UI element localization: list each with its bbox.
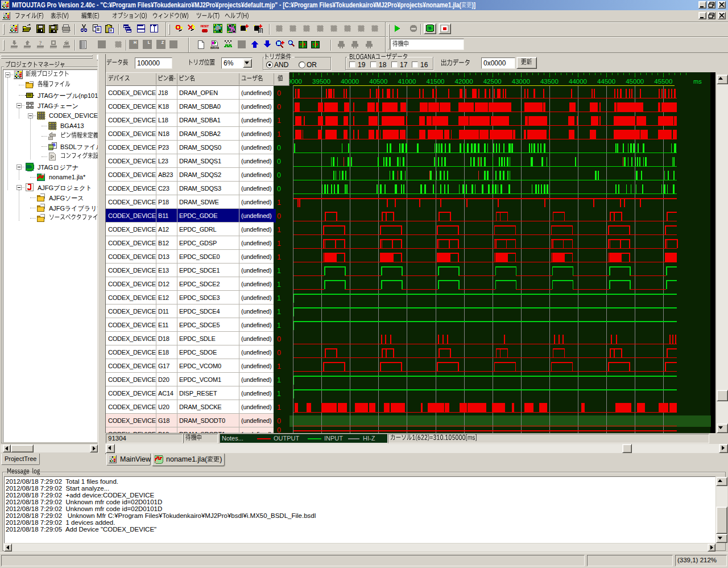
svg-text:RESET: RESET bbox=[201, 24, 209, 28]
svg-text:Z: Z bbox=[162, 40, 164, 44]
svg-text:1: 1 bbox=[277, 130, 281, 138]
svg-text:1: 1 bbox=[277, 240, 281, 248]
svg-text:1: 1 bbox=[277, 267, 281, 275]
svg-text:1: 1 bbox=[277, 253, 281, 261]
svg-text:45500: 45500 bbox=[654, 78, 672, 85]
svg-text:0: 0 bbox=[277, 335, 281, 343]
svg-text:1: 1 bbox=[277, 294, 281, 302]
svg-text:40000: 40000 bbox=[341, 78, 359, 85]
svg-text:0: 0 bbox=[277, 171, 281, 179]
svg-text:1: 1 bbox=[277, 281, 281, 289]
svg-text:0: 0 bbox=[277, 103, 281, 111]
svg-text:44000: 44000 bbox=[569, 78, 587, 85]
svg-text:1: 1 bbox=[277, 308, 281, 316]
svg-text:42500: 42500 bbox=[483, 78, 502, 85]
svg-text:45000: 45000 bbox=[626, 78, 644, 85]
svg-text:1: 1 bbox=[277, 376, 281, 384]
svg-text:L: L bbox=[148, 40, 151, 44]
svg-text:0: 0 bbox=[277, 185, 281, 193]
svg-text:0: 0 bbox=[277, 89, 281, 97]
svg-text:1: 1 bbox=[277, 117, 281, 125]
svg-text:BRAM: BRAM bbox=[210, 46, 219, 49]
svg-text:0: 0 bbox=[277, 158, 281, 166]
svg-text:0: 0 bbox=[277, 349, 281, 357]
svg-text:41500: 41500 bbox=[427, 78, 445, 85]
svg-text:0: 0 bbox=[277, 426, 281, 433]
svg-text:1: 1 bbox=[277, 390, 281, 398]
svg-text:H: H bbox=[134, 40, 136, 44]
svg-text:43500: 43500 bbox=[540, 78, 559, 85]
svg-text:ms: ms bbox=[693, 78, 702, 85]
svg-text:42000: 42000 bbox=[455, 78, 473, 85]
svg-text:0: 0 bbox=[277, 144, 281, 152]
svg-text:39500: 39500 bbox=[312, 78, 330, 85]
svg-text:0: 0 bbox=[277, 417, 281, 425]
svg-text:1: 1 bbox=[277, 404, 281, 411]
svg-text:44500: 44500 bbox=[597, 78, 615, 85]
svg-text:40500: 40500 bbox=[369, 78, 387, 85]
svg-text:0: 0 bbox=[277, 212, 281, 220]
svg-text:1: 1 bbox=[277, 226, 281, 234]
svg-text:1: 1 bbox=[277, 363, 281, 371]
svg-text:1: 1 bbox=[277, 199, 281, 207]
svg-text:41000: 41000 bbox=[398, 78, 416, 85]
svg-text:43000: 43000 bbox=[512, 78, 530, 85]
svg-text:?: ? bbox=[39, 40, 42, 46]
svg-text:1: 1 bbox=[277, 322, 281, 330]
